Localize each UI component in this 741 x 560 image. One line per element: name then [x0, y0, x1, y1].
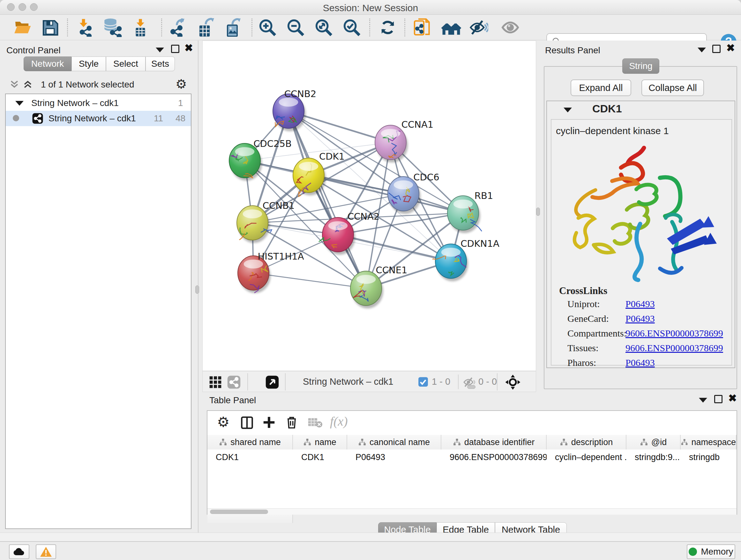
collapse-all-chevron-icon[interactable] [9, 79, 20, 90]
table-cell[interactable]: stringdb:9... [626, 450, 681, 464]
import-network-button[interactable] [75, 17, 95, 38]
column-header-shared-name[interactable]: shared name [207, 435, 293, 449]
table-options-gear-icon[interactable]: ⚙ [217, 416, 229, 428]
collection-expander-icon[interactable] [15, 101, 23, 106]
zoom-in-button[interactable] [257, 17, 278, 38]
column-header-name[interactable]: name [293, 435, 347, 449]
control-panel-splitter-handle[interactable] [195, 286, 199, 294]
panel-menu-icon[interactable] [697, 48, 706, 52]
table-cell[interactable]: CDK1 [207, 450, 293, 464]
birds-eye-view-icon[interactable] [504, 374, 521, 390]
tab-select[interactable]: Select [106, 57, 145, 71]
node-gloss [441, 248, 461, 257]
table-cell[interactable]: P06493 [347, 450, 441, 464]
import-table-button[interactable] [130, 17, 151, 38]
selected-checkbox-icon[interactable] [418, 376, 428, 387]
node-gloss [381, 129, 401, 138]
node-CCNE1[interactable] [350, 271, 383, 308]
table-hscrollbar-track[interactable] [207, 508, 737, 515]
network-canvas[interactable]: CCNB2CCNA1CDC25BCDK1CDC6RB1CCNB1CCNA2CDK… [202, 41, 536, 371]
zoom-selected-icon [342, 18, 361, 37]
column-header-canonical-name[interactable]: canonical name [347, 435, 441, 449]
node-CDK1[interactable] [293, 158, 326, 196]
string-network-icon [32, 113, 44, 124]
expand-all-button[interactable]: Expand All [570, 79, 631, 96]
save-session-button[interactable] [40, 17, 60, 38]
table-cell[interactable]: CDK1 [293, 450, 347, 464]
zoom-fit-button[interactable] [313, 17, 334, 38]
add-column-icon[interactable] [262, 415, 276, 430]
panel-close-icon[interactable]: ✖ [185, 44, 193, 52]
panel-menu-icon[interactable] [699, 398, 707, 402]
crosslink-genecard-link[interactable]: P06493 [625, 313, 655, 324]
grid-view-icon[interactable] [208, 375, 222, 389]
protein-structure-image [564, 142, 721, 283]
tab-network[interactable]: Network [23, 57, 71, 71]
protein-expander-icon[interactable] [563, 108, 572, 112]
cloud-status-button[interactable] [9, 544, 29, 559]
delete-column-icon[interactable] [285, 415, 299, 430]
crosslink-uniprot-link[interactable]: P06493 [625, 299, 655, 309]
node-gloss [235, 147, 255, 156]
table-panel-splitter-handle[interactable] [467, 385, 475, 389]
table-hscrollbar-thumb[interactable] [210, 509, 268, 514]
memory-button[interactable]: Memory [687, 544, 735, 559]
view-toolbar-separator [497, 373, 497, 390]
export-table-button[interactable] [194, 17, 218, 38]
import-network-from-database-button[interactable] [99, 17, 125, 38]
column-header-description[interactable]: description [547, 435, 626, 449]
crosslink-compartments-link[interactable]: 9606.ENSP00000378699 [625, 328, 723, 339]
network-options-gear-icon[interactable]: ⚙ [176, 78, 187, 90]
export-network-button[interactable] [167, 17, 190, 38]
column-header-namespace[interactable]: namespace [681, 435, 737, 449]
tab-style[interactable]: Style [71, 57, 106, 71]
open-session-button[interactable] [13, 17, 32, 38]
results-panel-splitter-handle[interactable] [536, 207, 540, 216]
panel-menu-icon[interactable] [156, 48, 164, 52]
refresh-button[interactable] [378, 17, 398, 38]
tab-sets-label: Sets [151, 59, 169, 69]
panel-close-icon[interactable]: ✖ [726, 44, 735, 52]
network-graph[interactable]: CCNB2CCNA1CDC25BCDK1CDC6RB1CCNB1CCNA2CDK… [203, 41, 536, 370]
panel-float-icon[interactable] [171, 45, 179, 53]
view-toolbar-separator [285, 373, 286, 390]
tab-sets[interactable]: Sets [145, 57, 175, 71]
window-title: Session: New Session [0, 3, 741, 13]
panel-float-icon[interactable] [714, 395, 723, 403]
network-view-mode-icon[interactable] [227, 375, 241, 389]
select-columns-icon[interactable] [240, 416, 254, 430]
collapse-all-button[interactable]: Collapse All [642, 79, 704, 96]
panel-float-icon[interactable] [712, 45, 721, 53]
zoom-out-button[interactable] [285, 17, 306, 38]
expand-all-chevron-icon[interactable] [22, 79, 33, 90]
node-CCNB2[interactable] [273, 94, 306, 131]
crosslink-pharos-link[interactable]: P06493 [625, 357, 655, 368]
table-cell[interactable]: 9606.ENSP00000378699 [441, 450, 547, 464]
clone-network-button[interactable] [412, 17, 433, 38]
column-header--id[interactable]: @id [626, 435, 681, 449]
network-list: String Network – cdk1 1 String Network –… [5, 94, 192, 529]
node-label-CCNA2: CCNA2 [347, 211, 380, 222]
crosslink-tissues-link[interactable]: 9606.ENSP00000378699 [625, 343, 723, 354]
control-panel: Control Panel ✖ Network Style Select Set… [0, 41, 199, 533]
home-button[interactable] [440, 17, 463, 38]
table-cell[interactable]: cyclin–dependent ... [547, 450, 626, 464]
export-image-button[interactable] [223, 17, 244, 38]
detach-view-icon[interactable] [265, 375, 279, 389]
tab-string[interactable]: String [622, 58, 659, 74]
warnings-button[interactable] [36, 544, 56, 559]
hide-selected-button[interactable] [468, 17, 489, 38]
column-header-database-identifier[interactable]: database identifier [441, 435, 547, 449]
warning-icon [40, 546, 52, 557]
show-all-button[interactable] [500, 17, 520, 38]
node-RB1[interactable] [448, 196, 482, 233]
open-folder-icon [13, 18, 32, 37]
network-row-selected[interactable]: String Network – cdk1 11 48 [6, 111, 191, 126]
panel-close-icon[interactable]: ✖ [728, 394, 737, 402]
zoom-selected-button[interactable] [341, 17, 362, 38]
results-panel-title: Results Panel [545, 45, 600, 56]
network-collection-row[interactable]: String Network – cdk1 1 [6, 96, 191, 111]
table-cell[interactable]: stringdb [681, 450, 737, 464]
node-CCNA1[interactable] [375, 125, 408, 163]
collection-count: 1 [178, 98, 183, 108]
